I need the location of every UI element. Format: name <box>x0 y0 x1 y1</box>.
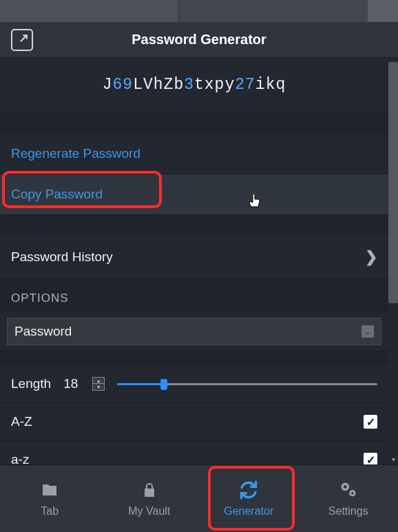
lock-icon <box>139 480 160 500</box>
browser-close-area[interactable] <box>368 0 398 22</box>
uppercase-label: A-Z <box>11 414 32 429</box>
password-history-label: Password History <box>11 249 113 265</box>
lowercase-label: a-z <box>11 452 29 464</box>
refresh-icon <box>238 480 259 500</box>
regenerate-button[interactable]: Regenerate Password <box>0 134 388 174</box>
tab-tab-label: Tab <box>41 505 59 518</box>
tab-settings[interactable]: Settings <box>299 465 399 532</box>
slider-fill <box>117 383 164 385</box>
tab-vault-label: My Vault <box>128 505 170 518</box>
stepper-down-icon[interactable]: ▼ <box>93 384 104 390</box>
svg-point-1 <box>344 485 347 489</box>
type-select-value: Password <box>14 324 72 339</box>
password-history-row[interactable]: Password History ❯ <box>0 236 388 279</box>
slider-thumb[interactable] <box>160 379 167 390</box>
spacer <box>0 215 388 236</box>
scroll-area: ▴ ▾ J69LVhZb3txpy27ikq Regenerate Passwo… <box>0 58 398 464</box>
tab-generator[interactable]: Generator <box>199 465 299 532</box>
password-display: J69LVhZb3txpy27ikq <box>0 58 388 113</box>
length-label: Length <box>11 376 51 391</box>
chevron-right-icon: ❯ <box>365 248 377 266</box>
tab-vault[interactable]: My Vault <box>100 465 200 532</box>
type-select[interactable]: Password ⌄ <box>7 318 381 345</box>
svg-point-3 <box>351 491 353 494</box>
bottom-tabbar: Tab My Vault Generator Settings <box>0 464 398 532</box>
browser-tab[interactable] <box>0 0 179 22</box>
uppercase-checkbox[interactable]: ✓ <box>364 415 377 429</box>
stepper-up-icon[interactable]: ▲ <box>93 378 104 384</box>
tab-tab[interactable]: Tab <box>0 465 100 532</box>
length-value: 18 <box>63 376 80 391</box>
lowercase-row[interactable]: a-z ✓ <box>0 440 388 464</box>
scrollbar-thumb[interactable] <box>388 62 398 303</box>
tab-settings-label: Settings <box>328 505 368 518</box>
length-row: Length 18 ▲ ▼ <box>0 351 388 402</box>
gears-icon <box>338 480 359 500</box>
header: Password Generator <box>0 22 398 58</box>
spacer <box>0 113 388 134</box>
type-select-row: Password ⌄ <box>0 312 388 351</box>
copy-password-button[interactable]: Copy Password <box>0 174 388 215</box>
scroll-down-arrow[interactable]: ▾ <box>388 455 398 464</box>
browser-tab-strip <box>0 0 398 22</box>
folder-icon <box>39 480 60 500</box>
length-slider[interactable] <box>117 377 377 391</box>
chevron-down-icon: ⌄ <box>362 325 374 338</box>
lowercase-checkbox[interactable]: ✓ <box>364 453 377 464</box>
options-section-label: OPTIONS <box>0 279 388 312</box>
uppercase-row[interactable]: A-Z ✓ <box>0 402 388 440</box>
tab-generator-label: Generator <box>224 505 273 518</box>
page-title: Password Generator <box>11 32 387 48</box>
length-stepper[interactable]: ▲ ▼ <box>92 377 105 391</box>
